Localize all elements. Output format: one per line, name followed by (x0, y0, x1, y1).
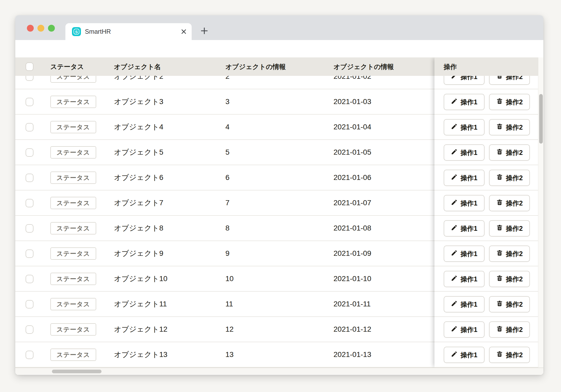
actions-row: 操作1操作2 (434, 140, 538, 165)
table-viewport: ステータスオブジェクト222021-01-02ステータスオブジェクト332021… (15, 57, 543, 375)
action-edit-button[interactable]: 操作1 (444, 220, 485, 237)
action-edit-button[interactable]: 操作1 (444, 347, 485, 363)
action-delete-button[interactable]: 操作2 (489, 321, 530, 338)
status-badge: ステータス (50, 349, 96, 361)
object-date-cell: 2021-01-07 (333, 190, 371, 216)
new-tab-button[interactable] (200, 27, 208, 35)
object-info-cell: 13 (225, 342, 234, 368)
pencil-icon (451, 174, 458, 182)
action-edit-button[interactable]: 操作1 (444, 119, 485, 135)
traffic-light-minimize-button[interactable] (37, 25, 44, 32)
object-date-cell: 2021-01-05 (333, 140, 371, 165)
action-edit-button[interactable]: 操作1 (444, 144, 485, 161)
pinned-actions-body: 操作1操作2操作1操作2操作1操作2操作1操作2操作1操作2操作1操作2操作1操… (434, 64, 538, 368)
row-checkbox[interactable] (26, 249, 33, 258)
action-delete-button[interactable]: 操作2 (489, 144, 530, 161)
object-date-cell: 2021-01-06 (333, 165, 371, 190)
object-date-cell: 2021-01-09 (333, 241, 371, 266)
object-name-cell: オブジェクト8 (114, 216, 163, 241)
pencil-icon (451, 351, 458, 359)
row-checkbox[interactable] (26, 174, 33, 182)
browser-tab[interactable]: S SmartHR (65, 23, 192, 40)
trash-icon (496, 351, 503, 359)
object-date-cell: 2021-01-12 (333, 317, 371, 342)
vertical-scrollbar[interactable] (538, 57, 543, 368)
row-checkbox[interactable] (26, 98, 33, 106)
status-badge: ステータス (50, 197, 96, 209)
row-checkbox[interactable] (26, 300, 33, 308)
object-name-cell: オブジェクト12 (114, 317, 167, 342)
action-delete-button[interactable]: 操作2 (489, 296, 530, 312)
pencil-icon (451, 123, 458, 131)
action-delete-button[interactable]: 操作2 (489, 347, 530, 363)
object-name-cell: オブジェクト6 (114, 165, 163, 190)
pencil-icon (451, 300, 458, 308)
pencil-icon (451, 199, 458, 207)
action-delete-button[interactable]: 操作2 (489, 246, 530, 262)
action-delete-button[interactable]: 操作2 (489, 94, 530, 110)
object-name-cell: オブジェクト7 (114, 190, 163, 216)
pencil-icon (451, 325, 458, 334)
pencil-icon (451, 249, 458, 258)
row-checkbox[interactable] (26, 148, 33, 157)
object-date-cell: 2021-01-13 (333, 342, 371, 368)
actions-row: 操作1操作2 (434, 115, 538, 140)
action-delete-button[interactable]: 操作2 (489, 271, 530, 287)
action-delete-button[interactable]: 操作2 (489, 170, 530, 186)
trash-icon (496, 275, 503, 283)
action-edit-button[interactable]: 操作1 (444, 195, 485, 211)
object-info-cell: 8 (225, 216, 230, 241)
action-delete-button[interactable]: 操作2 (489, 119, 530, 135)
vertical-scrollbar-thumb[interactable] (539, 94, 543, 144)
actions-row: 操作1操作2 (434, 241, 538, 266)
row-checkbox[interactable] (26, 224, 33, 233)
actions-row: 操作1操作2 (434, 190, 538, 216)
action-edit-button[interactable]: 操作1 (444, 321, 485, 338)
row-checkbox[interactable] (26, 325, 33, 334)
action-delete-button[interactable]: 操作2 (489, 220, 530, 237)
trash-icon (496, 174, 503, 182)
action-edit-button[interactable]: 操作1 (444, 94, 485, 110)
pencil-icon (451, 98, 458, 106)
action-delete-button[interactable]: 操作2 (489, 195, 530, 211)
status-badge: ステータス (50, 298, 96, 310)
object-info-cell: 5 (225, 140, 230, 165)
trash-icon (496, 98, 503, 106)
action-edit-button[interactable]: 操作1 (444, 296, 485, 312)
trash-icon (496, 123, 503, 131)
tab-close-icon[interactable] (181, 28, 187, 35)
traffic-light-zoom-button[interactable] (48, 25, 55, 32)
object-info-cell: 3 (225, 89, 230, 115)
object-info-cell: 10 (225, 266, 234, 292)
actions-row: 操作1操作2 (434, 266, 538, 292)
object-name-cell: オブジェクト9 (114, 241, 163, 266)
traffic-light-close-button[interactable] (27, 25, 34, 32)
pencil-icon (451, 275, 458, 283)
action-edit-button[interactable]: 操作1 (444, 246, 485, 262)
pinned-actions-header: 操作 (434, 57, 538, 76)
column-header-name: オブジェクト名 (114, 57, 161, 76)
navigation-bar: https://.... (15, 40, 543, 57)
object-date-cell: 2021-01-11 (333, 292, 371, 317)
select-all-checkbox[interactable] (26, 62, 33, 71)
trash-icon (496, 224, 503, 233)
status-badge: ステータス (50, 247, 96, 260)
row-checkbox[interactable] (26, 275, 33, 283)
status-badge: ステータス (50, 121, 96, 133)
pencil-icon (451, 148, 458, 157)
row-checkbox[interactable] (26, 123, 33, 131)
row-checkbox[interactable] (26, 199, 33, 207)
action-edit-button[interactable]: 操作1 (444, 271, 485, 287)
trash-icon (496, 300, 503, 308)
actions-row: 操作1操作2 (434, 89, 538, 115)
status-badge: ステータス (50, 172, 96, 184)
horizontal-scrollbar-thumb[interactable] (52, 370, 101, 373)
object-date-cell: 2021-01-03 (333, 89, 371, 115)
row-checkbox[interactable] (26, 351, 33, 359)
action-edit-button[interactable]: 操作1 (444, 170, 485, 186)
object-name-cell: オブジェクト3 (114, 89, 163, 115)
actions-row: 操作1操作2 (434, 165, 538, 190)
horizontal-scrollbar[interactable] (15, 368, 543, 375)
tab-bar: S SmartHR (15, 15, 543, 40)
object-name-cell: オブジェクト5 (114, 140, 163, 165)
